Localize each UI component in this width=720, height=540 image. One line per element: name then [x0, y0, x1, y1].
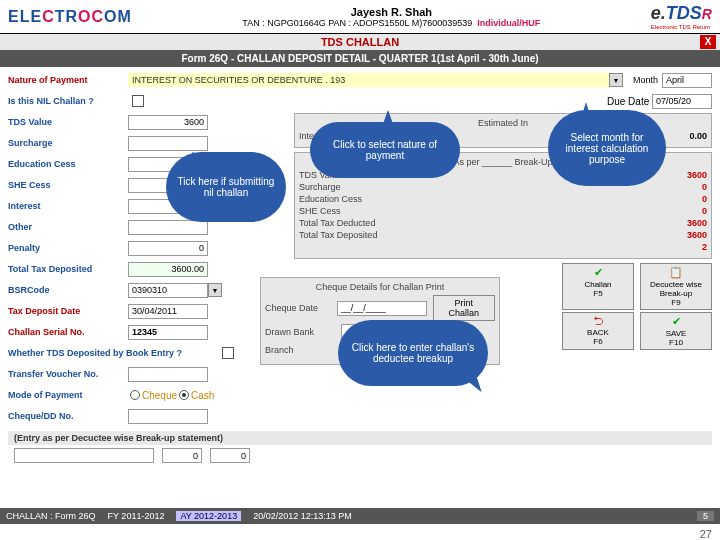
callout-nil: Tick here if submitting nil challan	[166, 152, 286, 222]
chq-label: Cheque/DD No.	[8, 411, 128, 421]
book-label: Whether TDS Deposited by Book Entry ?	[8, 348, 218, 358]
deductee-wise-button[interactable]: 📋Decuctee wise Break-upF9	[640, 263, 712, 310]
page-number: 27	[700, 528, 712, 540]
csn-label: Challan Serial No.	[8, 327, 128, 337]
user-name: Jayesh R. Shah	[242, 6, 540, 18]
nil-checkbox[interactable]	[132, 95, 144, 107]
tds-input[interactable]	[128, 115, 208, 130]
due-label: Due Date	[607, 96, 649, 107]
challan-f5-button[interactable]: ✔ChallanF5	[562, 263, 634, 310]
mode-cheque-radio[interactable]	[130, 390, 140, 400]
print-challan-button[interactable]: Print Challan	[433, 295, 495, 321]
pen-label: Penalty	[8, 243, 128, 253]
edu-label: Education Cess	[8, 159, 128, 169]
header: ELECTROCOM Jayesh R. Shah TAN : NGPG0166…	[0, 0, 720, 34]
subtitle-bar: Form 26Q - CHALLAN DEPOSIT DETAIL - QUAR…	[0, 50, 720, 67]
cheque-date-input[interactable]	[337, 301, 427, 316]
entry-statement-bar: (Entry as per Decuctee wise Break-up sta…	[8, 431, 712, 445]
bsr-label: BSRCode	[8, 285, 128, 295]
status-bar: CHALLAN : Form 26Q FY 2011-2012 AY 2012-…	[0, 508, 720, 524]
tot-input	[128, 262, 208, 277]
due-input[interactable]	[652, 94, 712, 109]
mode-cash-radio[interactable]	[179, 390, 189, 400]
bottom-row	[8, 445, 712, 466]
bsr-dropdown[interactable]: ▼	[208, 283, 222, 297]
sur-input[interactable]	[128, 136, 208, 151]
callout-month: Select month for interest calculation pu…	[548, 110, 666, 186]
month-label: Month	[633, 75, 658, 85]
month-input[interactable]	[662, 73, 712, 88]
user-info: TAN : NGPG01664G PAN : ADOPS1550L M)7600…	[242, 18, 540, 28]
title-bar: TDS CHALLAN X	[0, 34, 720, 50]
mode-label: Mode of Payment	[8, 390, 128, 400]
bot-field3[interactable]	[210, 448, 250, 463]
etds-logo: e.TDSR Electronic TDS Return	[651, 3, 712, 30]
logo: ELECTROCOM	[8, 8, 132, 26]
close-button[interactable]: X	[700, 35, 716, 49]
tvn-input[interactable]	[128, 367, 208, 382]
tvn-label: Transfer Voucher No.	[8, 369, 128, 379]
nil-label: Is this NIL Challan ?	[8, 96, 128, 106]
chq-input[interactable]	[128, 409, 208, 424]
pen-input[interactable]	[128, 241, 208, 256]
bot-field2[interactable]	[162, 448, 202, 463]
int-label: Interest	[8, 201, 128, 211]
oth-label: Other	[8, 222, 128, 232]
sur-label: Surcharge	[8, 138, 128, 148]
user-block: Jayesh R. Shah TAN : NGPG01664G PAN : AD…	[242, 6, 540, 28]
back-button[interactable]: ⮌BACKF6	[562, 312, 634, 350]
callout-deductee: Click here to enter challan's deductee b…	[338, 320, 488, 386]
nop-label: Nature of Payment	[8, 75, 128, 85]
she-label: SHE Cess	[8, 180, 128, 190]
tds-label: TDS Value	[8, 117, 128, 127]
csn-input[interactable]	[128, 325, 208, 340]
tot-label: Total Tax Deposited	[8, 264, 128, 274]
bsr-input[interactable]	[128, 283, 208, 298]
nop-value: INTEREST ON SECURITIES OR DEBENTURE . 19…	[128, 73, 609, 87]
save-button[interactable]: ✔SAVEF10	[640, 312, 712, 350]
nop-dropdown[interactable]: ▼	[609, 73, 623, 87]
bot-field1[interactable]	[14, 448, 154, 463]
tdd-label: Tax Deposit Date	[8, 306, 128, 316]
callout-nop: Click to select nature of payment	[310, 122, 460, 178]
tdd-input[interactable]	[128, 304, 208, 319]
book-checkbox[interactable]	[222, 347, 234, 359]
